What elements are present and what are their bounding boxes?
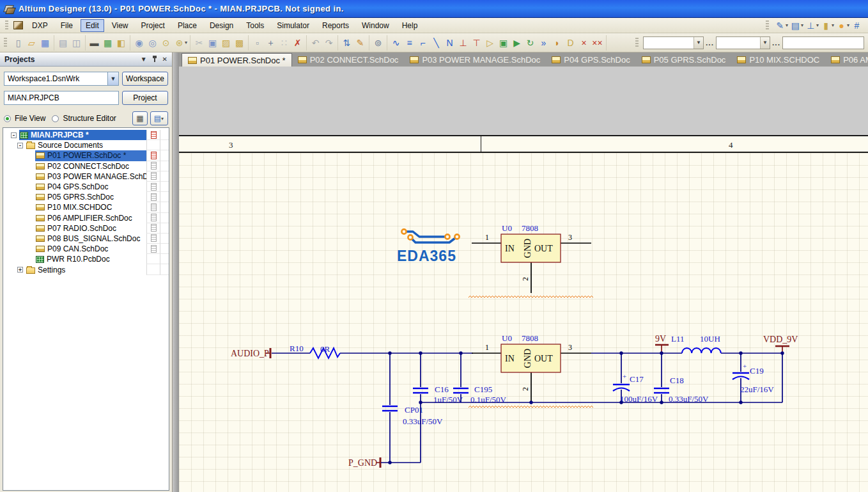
- chevron-down-icon[interactable]: ▼: [107, 72, 118, 85]
- paste-icon[interactable]: ▨: [219, 36, 233, 49]
- menu-item-tools[interactable]: Tools: [241, 19, 269, 32]
- toolbar-grip[interactable]: [4, 38, 7, 48]
- alignment-tools-icon[interactable]: ▤: [789, 19, 802, 32]
- power-sources-icon[interactable]: ⊥: [804, 19, 818, 32]
- menu-item-file[interactable]: File: [56, 19, 78, 32]
- schematic-canvas[interactable]: 3 4 EDA365: [179, 67, 868, 492]
- tree-row-p05-gprs[interactable]: P05 GPRS.SchDoc: [3, 192, 169, 202]
- print-preview-icon[interactable]: ◫: [70, 36, 83, 49]
- panel-menu-chevron-icon[interactable]: ▼: [141, 56, 147, 63]
- clear-filter-icon[interactable]: ✗: [291, 36, 304, 49]
- menu-item-view[interactable]: View: [107, 19, 134, 32]
- cross-probe-icon[interactable]: ⇅: [340, 36, 353, 49]
- menubar-grip[interactable]: [5, 20, 8, 31]
- port-p-gnd[interactable]: P_GND: [348, 457, 421, 468]
- structure-editor-radio[interactable]: [52, 115, 59, 122]
- utility-tools-icon[interactable]: ✎: [773, 19, 787, 32]
- capacitor-c17[interactable]: + C17 100uF/16V: [613, 353, 658, 404]
- zoom-filtered-icon-dropdown[interactable]: ▾: [185, 40, 187, 45]
- svg-text:C19[interactable]: C19: [750, 366, 764, 376]
- zoom-document-icon[interactable]: ◉: [132, 36, 146, 49]
- select-area-icon[interactable]: ▫: [251, 36, 264, 49]
- mask-filter-combo[interactable]: ▼: [716, 36, 770, 49]
- port-audio-p[interactable]: AUDIO_P: [231, 348, 270, 358]
- svg-text:10UH[interactable]: 10UH: [700, 334, 720, 344]
- copy-icon[interactable]: ▣: [206, 36, 219, 49]
- svg-text:0.33uF/50V[interactable]: 0.33uF/50V: [403, 417, 443, 426]
- zoom-selected-icon[interactable]: ⊙: [159, 36, 173, 49]
- place-net-label-icon[interactable]: N: [443, 36, 456, 49]
- menu-item-design[interactable]: Design: [205, 19, 238, 32]
- svg-text:7808[interactable]: 7808: [522, 223, 538, 233]
- file-view-radio[interactable]: [4, 115, 11, 122]
- regulator-u0-top[interactable]: U0 7808 1 3 2 IN GND OUT: [472, 223, 591, 293]
- simulation-sources-icon-dropdown[interactable]: ▾: [847, 22, 849, 28]
- svg-text:L11[interactable]: L11: [671, 334, 684, 344]
- tree-row-p10-mix[interactable]: P10 MIX.SCHDOC: [3, 202, 169, 212]
- inductor-l11[interactable]: L11 10UH: [671, 334, 721, 353]
- svg-text:C16[interactable]: C16: [435, 385, 449, 394]
- svg-text:7808[interactable]: 7808: [522, 333, 538, 343]
- chevron-down-icon[interactable]: ▼: [694, 37, 703, 49]
- alignment-tools-icon-dropdown[interactable]: ▾: [801, 22, 803, 28]
- pcb-editor-icon[interactable]: ▦: [101, 36, 114, 49]
- svg-text:U0[interactable]: U0: [502, 223, 512, 233]
- new-document-icon[interactable]: ▯: [12, 36, 25, 49]
- capacitor-cp01[interactable]: CP01 0.33uF/50V: [382, 353, 443, 463]
- workspace-panels-icon[interactable]: ◧: [114, 36, 128, 49]
- place-line-icon[interactable]: ╲: [430, 36, 443, 49]
- tree-row-source-documents[interactable]: - Source Documents: [3, 140, 169, 150]
- undo-icon[interactable]: ↶: [309, 36, 322, 49]
- place-harness-icon[interactable]: »: [537, 36, 550, 49]
- menu-item-reports[interactable]: Reports: [317, 19, 354, 32]
- tree-row-p01-power[interactable]: P01 POWER.SchDoc *: [3, 150, 169, 161]
- capacitor-c16[interactable]: C16 1uF/50V: [413, 353, 463, 463]
- place-bus-icon[interactable]: ≡: [403, 36, 416, 49]
- svg-text:C17[interactable]: C17: [630, 374, 644, 384]
- digital-devices-icon-dropdown[interactable]: ▾: [832, 22, 834, 28]
- place-port-icon[interactable]: ◗: [550, 36, 564, 49]
- filter-input[interactable]: [782, 36, 864, 49]
- svg-text:AUDIO_P[interactable]: AUDIO_P: [231, 349, 269, 358]
- project-field[interactable]: MIAN.PRJPCB: [4, 91, 119, 105]
- paste-array-icon[interactable]: ▩: [233, 36, 246, 49]
- capacitor-c18[interactable]: C18 0.33uF/50V: [654, 353, 709, 404]
- find-similar-icon[interactable]: ⊚: [371, 36, 385, 49]
- tree-row-p09-can[interactable]: P09 CAN.SchDoc: [3, 244, 169, 254]
- print-icon[interactable]: ▤: [56, 36, 70, 49]
- place-ordinal-icon[interactable]: D: [564, 36, 577, 49]
- tree-row-pwr-r10-pcbdoc[interactable]: PWR R10.PcbDoc: [3, 254, 169, 264]
- tab-p02-connect[interactable]: P02 CONNECT.SchDoc: [292, 53, 405, 67]
- tab-p03-power-manage[interactable]: P03 POWER MANAGE.SchDoc: [404, 53, 546, 67]
- panel-splitter[interactable]: [173, 52, 179, 492]
- svg-text:C18[interactable]: C18: [670, 376, 684, 385]
- zoom-area-icon[interactable]: ◎: [146, 36, 159, 49]
- place-gnd-port-icon[interactable]: ⊥: [456, 36, 470, 49]
- place-wire-icon[interactable]: ∿: [389, 36, 403, 49]
- save-document-icon[interactable]: ▦: [38, 36, 52, 49]
- resistor-r10[interactable]: R10 0R: [290, 344, 340, 358]
- collapse-icon[interactable]: -: [17, 143, 23, 148]
- place-device-sheet-icon[interactable]: ↻: [523, 36, 537, 49]
- delete-object-icon[interactable]: ×: [577, 36, 591, 49]
- workspace-button[interactable]: Workspace: [122, 72, 168, 86]
- svg-text:C195[interactable]: C195: [474, 385, 492, 394]
- power-port-vdd-9v[interactable]: VDD_9V: [763, 335, 798, 353]
- mask-brush-icon[interactable]: ✎: [353, 36, 367, 49]
- menu-item-project[interactable]: Project: [136, 19, 170, 32]
- utility-tools-icon-dropdown[interactable]: ▾: [786, 22, 788, 28]
- menu-item-dxp[interactable]: DXP: [27, 19, 53, 32]
- expand-icon[interactable]: +: [17, 267, 23, 273]
- digital-devices-icon[interactable]: ▮: [819, 19, 833, 32]
- simulation-sources-icon[interactable]: ●: [835, 19, 848, 32]
- menu-item-place[interactable]: Place: [173, 19, 202, 32]
- delete-wire-icon[interactable]: ××: [591, 36, 604, 49]
- place-sheet-entry-icon[interactable]: ▶: [510, 36, 523, 49]
- place-bus-entry-icon[interactable]: ⌐: [416, 36, 430, 49]
- tree-row-p04-gps[interactable]: P04 GPS.SchDoc: [3, 182, 169, 192]
- place-part-icon[interactable]: ▷: [483, 36, 497, 49]
- tree-row-mian-prjpcb[interactable]: - MIAN.PRJPCB *: [3, 130, 169, 140]
- menu-item-simulator[interactable]: Simulator: [272, 19, 314, 32]
- tab-p06-amplifier[interactable]: P06 AMPLIFIER.SchDoc: [825, 53, 868, 67]
- workspace-combo[interactable]: Workspace1.DsnWrk ▼: [4, 72, 119, 86]
